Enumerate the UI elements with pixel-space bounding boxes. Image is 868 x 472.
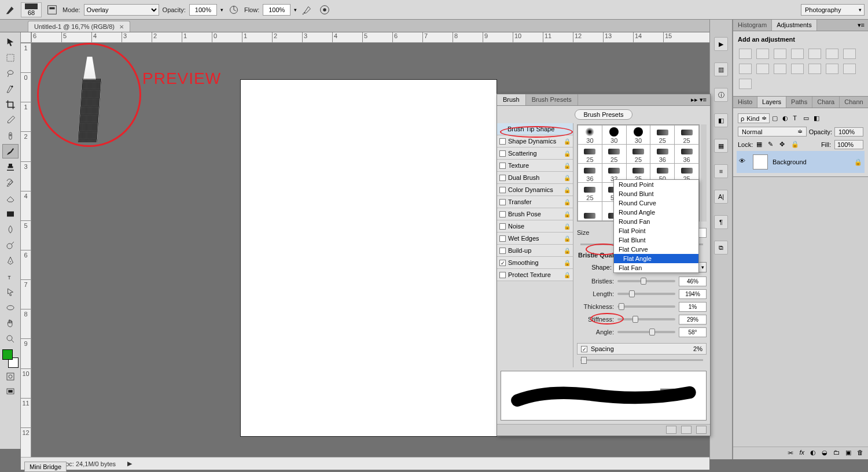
pressure-opacity-icon[interactable] <box>227 3 241 17</box>
play-actions-icon[interactable]: ▶ <box>714 37 728 51</box>
thickness-slider[interactable] <box>617 305 675 308</box>
fx-icon[interactable]: fx <box>799 449 804 458</box>
quick-mask-icon[interactable] <box>2 369 19 384</box>
checkbox[interactable] <box>499 235 506 242</box>
flow-value[interactable]: 100% <box>263 4 290 16</box>
brush-option-noise[interactable]: Noise🔒 <box>497 220 573 233</box>
gradient-tool[interactable] <box>2 207 19 221</box>
bristles-slider[interactable] <box>617 280 675 282</box>
exposure-icon[interactable] <box>791 49 804 59</box>
brush-option-texture[interactable]: Texture🔒 <box>497 160 573 172</box>
screen-mode-icon[interactable] <box>2 385 19 399</box>
hue-icon[interactable] <box>826 49 838 59</box>
vibrance-icon[interactable] <box>808 49 821 59</box>
styles-icon[interactable]: ≡ <box>714 164 728 178</box>
new-brush-icon[interactable] <box>681 426 692 434</box>
brush-tip-cell[interactable] <box>578 202 602 220</box>
fill-value[interactable]: 100% <box>834 140 863 149</box>
marquee-tool[interactable] <box>2 50 19 65</box>
histogram-icon[interactable]: ▥ <box>714 62 728 76</box>
checkbox[interactable] <box>499 187 506 193</box>
gradient-map-icon[interactable] <box>843 64 856 74</box>
brush-option-transfer[interactable]: Transfer🔒 <box>497 196 573 208</box>
tab-histogram[interactable]: Histogram <box>733 20 772 31</box>
layer-thumbnail[interactable] <box>753 154 768 169</box>
brush-grid-scrollbar[interactable] <box>701 124 707 222</box>
shape-menu-item-flat-curve[interactable]: Flat Curve <box>614 245 698 254</box>
brush-tip-cell[interactable]: 30 <box>578 126 602 144</box>
brightness-icon[interactable] <box>739 49 752 59</box>
group-icon[interactable]: 🗀 <box>833 449 840 458</box>
tab-chara[interactable]: Chara <box>812 97 840 108</box>
spacing-checkbox[interactable] <box>581 346 587 352</box>
tab-layers[interactable]: Layers <box>757 97 786 108</box>
spacing-slider[interactable] <box>577 356 707 364</box>
path-select-tool[interactable] <box>2 285 19 299</box>
shape-menu-item-flat-point[interactable]: Flat Point <box>614 226 698 235</box>
brush-option-protect-texture[interactable]: Protect Texture🔒 <box>497 269 573 281</box>
brush-option-wet-edges[interactable]: Wet Edges🔒 <box>497 233 573 245</box>
shape-tool[interactable] <box>2 300 19 315</box>
brush-option-brush-tip-shape[interactable]: Brush Tip Shape <box>497 123 573 135</box>
posterize-icon[interactable] <box>808 64 821 74</box>
threshold-icon[interactable] <box>826 64 838 74</box>
shape-menu-item-flat-blunt[interactable]: Flat Blunt <box>614 235 698 245</box>
photo-filter-icon[interactable] <box>739 64 752 74</box>
brush-option-color-dynamics[interactable]: Color Dynamics🔒 <box>497 184 573 196</box>
length-slider[interactable] <box>617 293 675 295</box>
stamp-tool[interactable] <box>2 160 19 174</box>
length-value[interactable]: 194% <box>679 289 707 299</box>
brush-tip-cell[interactable]: 36 <box>650 145 674 163</box>
selective-color-icon[interactable] <box>739 79 752 89</box>
history-brush-tool[interactable] <box>2 175 19 190</box>
shape-menu-item-round-angle[interactable]: Round Angle <box>614 208 698 217</box>
brush-tip-cell[interactable]: 25 <box>675 126 698 144</box>
brush-tip-cell[interactable]: 25 <box>627 145 650 163</box>
stiffness-value[interactable]: 29% <box>679 315 707 325</box>
airbrush-icon[interactable] <box>300 3 314 17</box>
panel-menu-icon[interactable]: ▾≡ <box>854 20 868 31</box>
brush-panel-toggle-icon[interactable] <box>45 3 59 17</box>
dodge-tool[interactable] <box>2 238 19 252</box>
character-icon[interactable]: A| <box>714 190 728 204</box>
angle-value[interactable]: 58° <box>679 327 707 337</box>
zoom-tool[interactable] <box>2 331 19 346</box>
link-icon[interactable]: ⫘ <box>787 449 793 458</box>
lock-transparent-icon[interactable]: ▦ <box>756 141 764 149</box>
tab-brush[interactable]: Brush <box>497 94 526 105</box>
checkbox[interactable] <box>499 260 506 266</box>
mini-bridge-tab[interactable]: Mini Bridge <box>24 462 67 472</box>
shape-menu-item-round-blunt[interactable]: Round Blunt <box>614 189 698 198</box>
checkbox[interactable] <box>499 211 506 217</box>
resize-grip-icon[interactable] <box>696 426 707 434</box>
quick-select-tool[interactable] <box>2 82 19 96</box>
shape-menu-item-round-fan[interactable]: Round Fan <box>614 217 698 226</box>
brush-tip-cell[interactable]: 25 <box>650 126 674 144</box>
checkbox[interactable] <box>499 248 506 254</box>
healing-brush-tool[interactable] <box>2 128 19 143</box>
layer-filter-kind[interactable]: ρ Kind ≑ <box>738 113 770 123</box>
brush-tip-cell[interactable]: 25 <box>602 145 626 163</box>
new-adjust-icon[interactable]: ◒ <box>822 449 827 458</box>
visibility-icon[interactable]: 👁 <box>739 157 748 167</box>
shape-menu-item-round-curve[interactable]: Round Curve <box>614 198 698 208</box>
checkbox[interactable] <box>499 199 506 205</box>
filter-adjust-icon[interactable]: ◐ <box>782 115 790 123</box>
shape-menu-item-flat-fan[interactable]: Flat Fan <box>614 263 698 272</box>
blend-mode-select[interactable]: Overlay <box>84 4 159 16</box>
lasso-tool[interactable] <box>2 66 19 80</box>
brush-option-shape-dynamics[interactable]: Shape Dynamics🔒 <box>497 135 573 148</box>
color-lookup-icon[interactable] <box>774 64 786 74</box>
spacing-value[interactable]: 2% <box>693 345 703 352</box>
info-icon[interactable]: ⓘ <box>714 88 728 102</box>
color-icon[interactable]: ◧ <box>714 113 728 127</box>
pen-tool[interactable] <box>2 253 19 268</box>
color-swatches[interactable] <box>2 349 19 368</box>
blur-tool[interactable] <box>2 222 19 237</box>
move-tool[interactable] <box>2 35 19 49</box>
brush-option-dual-brush[interactable]: Dual Brush🔒 <box>497 172 573 184</box>
filter-smart-icon[interactable]: ◧ <box>814 115 822 123</box>
checkbox[interactable] <box>499 138 506 145</box>
status-arrow-icon[interactable]: ▶ <box>127 460 132 467</box>
tool-preset-icon[interactable] <box>3 3 17 17</box>
